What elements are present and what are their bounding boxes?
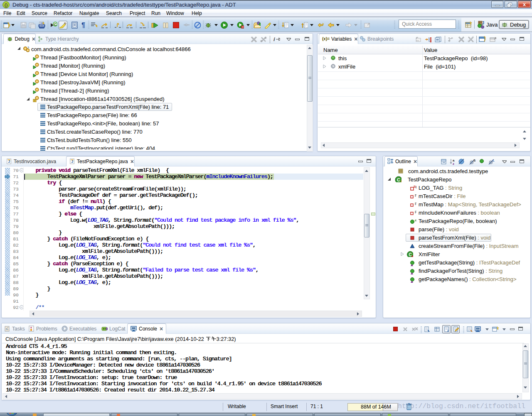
- svg-text:i: i: [273, 36, 275, 42]
- svg-text:C: C: [54, 22, 57, 27]
- svg-text:{}: {}: [4, 2, 7, 7]
- svg-text:F: F: [415, 202, 416, 206]
- svg-text:F: F: [415, 210, 416, 214]
- svg-text:L: L: [493, 159, 495, 162]
- svg-text:C: C: [397, 177, 400, 182]
- svg-text:c: c: [415, 218, 416, 222]
- svg-text:J: J: [482, 20, 484, 25]
- svg-text:F: F: [415, 193, 416, 198]
- svg-text:z: z: [453, 162, 454, 165]
- svg-text:¶: ¶: [81, 22, 85, 29]
- svg-text:C: C: [409, 252, 411, 257]
- svg-text:S: S: [473, 159, 476, 162]
- svg-text:F: F: [416, 185, 416, 189]
